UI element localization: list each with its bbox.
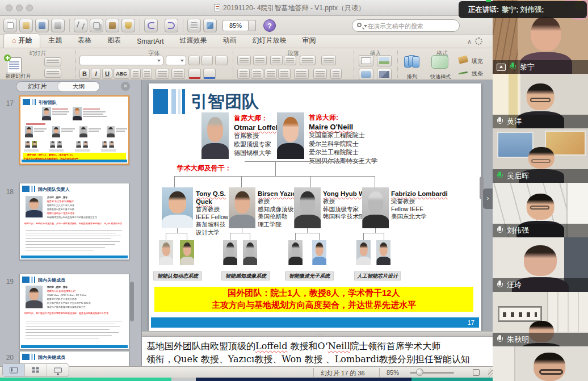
zoom-slider-knob[interactable] — [416, 369, 423, 376]
clear-formatting-button[interactable] — [215, 56, 228, 65]
slide-thumbnail-panel: 幻灯片 大纲 × 17 引智团队 国外团队：院士1人，教授8 — [0, 80, 142, 366]
font-size-select[interactable] — [166, 56, 186, 65]
video-tile-liuweiqiang[interactable]: 刘伟强 — [493, 183, 588, 237]
slide-thumbnail-19[interactable]: 国内关键成员 潘时龙，教授，博导 国家万人计划“科技领军人才” OSA Fell… — [19, 274, 129, 350]
collapse-video-panel-button[interactable]: › — [483, 189, 493, 209]
subscript-button[interactable] — [142, 69, 152, 79]
superscript-button[interactable] — [131, 69, 141, 79]
ribbon-collapse-icon[interactable]: ∧ — [467, 38, 475, 45]
zoom-level-box[interactable]: 85% — [222, 20, 249, 31]
shrink-font-button[interactable] — [201, 56, 213, 65]
media-button[interactable] — [377, 69, 392, 80]
justify-button[interactable] — [278, 69, 291, 79]
slide-thumbnail-18[interactable]: 国内团队负责人 吴启晖，教授，博导 教育部“长江学者”特聘教授 国家百千万人才工… — [19, 183, 129, 260]
align-left-button[interactable] — [237, 69, 250, 79]
normal-view-button[interactable] — [3, 364, 25, 376]
quick-styles-button[interactable] — [431, 55, 448, 69]
participant-namebar: 吴启晖 — [493, 169, 588, 183]
layout-button[interactable] — [44, 57, 61, 66]
lines-icon[interactable] — [459, 72, 468, 75]
change-case-button[interactable] — [171, 69, 185, 79]
character-spacing-button[interactable] — [156, 69, 169, 79]
video-tile-huangyang[interactable]: 黄洋 — [493, 74, 588, 128]
tab-tables[interactable]: 表格 — [70, 34, 99, 48]
sidebar-scrollbar[interactable] — [130, 282, 134, 321]
font-color-button[interactable] — [188, 69, 201, 79]
new-slide-button[interactable] — [7, 57, 22, 73]
bold-button[interactable]: B — [79, 69, 90, 79]
help-button[interactable]: ? — [263, 19, 276, 32]
tab-charts[interactable]: 图表 — [99, 34, 129, 48]
masters-label: 学术大师及骨干： — [177, 164, 232, 173]
numbering-button[interactable] — [253, 56, 267, 65]
member-photo — [356, 240, 371, 265]
zoom-stepper[interactable] — [249, 20, 256, 31]
slide-canvas[interactable]: 引智团队 首席大师： Otmar Loffeld 首席教授 欧盟顶级专家 德国锡… — [149, 83, 481, 331]
increase-indent-button[interactable] — [284, 56, 296, 65]
fit-slide-icon[interactable] — [473, 369, 480, 376]
divider-handle-icon[interactable]: ··· — [317, 331, 325, 337]
columns-button[interactable] — [321, 56, 336, 65]
tab-transitions[interactable]: 过渡效果 — [172, 34, 215, 48]
open-button[interactable] — [19, 19, 33, 32]
font-name-select[interactable] — [79, 56, 163, 65]
align-text-button[interactable] — [330, 69, 342, 79]
video-tile-zhuqiuming[interactable]: 朱秋明 — [493, 292, 588, 346]
align-center-button[interactable] — [251, 69, 263, 79]
copy-icon[interactable] — [90, 19, 103, 32]
cut-icon[interactable] — [74, 19, 87, 32]
search-field[interactable]: 在演示文稿中的搜索 — [352, 19, 460, 32]
format-painter-icon[interactable] — [121, 19, 135, 32]
tab-review[interactable]: 审阅 — [295, 34, 324, 48]
align-right-button[interactable] — [264, 69, 277, 79]
fill-icon[interactable] — [458, 55, 469, 64]
shape-button[interactable] — [359, 69, 373, 80]
tab-smartart[interactable]: SmartArt — [129, 36, 171, 48]
presentation-view-button[interactable] — [47, 364, 69, 376]
gear-icon[interactable] — [475, 37, 482, 45]
video-tile-wangling[interactable]: 汪玲 — [493, 237, 588, 292]
team-chip-2: 智能感知成像系统 — [221, 271, 270, 280]
section-button[interactable] — [44, 69, 61, 78]
paste-icon[interactable] — [106, 19, 119, 32]
grow-font-button[interactable] — [188, 56, 200, 65]
arrange-button[interactable] — [404, 55, 419, 69]
slide-number-20: 20 — [2, 354, 14, 362]
picture-button[interactable] — [377, 55, 392, 66]
strikethrough-button[interactable]: ABC — [114, 69, 129, 79]
notes-pane[interactable]: 基地国外团队由欧盟顶级的Loffeld 教授和O‘Neill院士领衔首席学术大师… — [142, 337, 499, 366]
bullets-button[interactable] — [237, 56, 251, 65]
line-spacing-button[interactable] — [300, 56, 316, 65]
redo-button[interactable] — [165, 19, 178, 32]
text-effects-button[interactable] — [203, 69, 216, 79]
undo-button[interactable] — [144, 19, 158, 32]
close-window-button[interactable] — [6, 5, 12, 11]
zoom-window-button[interactable] — [26, 5, 33, 11]
save-button[interactable] — [35, 19, 49, 32]
notes-divider[interactable]: ··· — [142, 331, 499, 337]
media-browser-icon[interactable] — [203, 19, 217, 32]
tab-slideshow[interactable]: 幻灯片放映 — [245, 34, 295, 48]
slide-thumbnail-17[interactable]: 引智团队 国外团队：院士1人，教授8人，学术骨干12人 主攻方向与基地规划方向高… — [19, 95, 129, 165]
new-document-button[interactable] — [3, 19, 17, 32]
formatting-palette-icon[interactable] — [187, 19, 201, 32]
tab-themes[interactable]: 主题 — [40, 34, 70, 48]
tab-outline-view[interactable]: 大纲 — [58, 82, 99, 91]
underline-button[interactable]: U — [102, 69, 112, 79]
italic-button[interactable]: I — [91, 69, 101, 79]
close-panel-icon[interactable]: × — [121, 82, 130, 91]
tab-slides-view[interactable]: 幻灯片 — [16, 82, 58, 91]
distribute-button[interactable] — [294, 69, 309, 79]
tab-animations[interactable]: 动画 — [215, 34, 245, 48]
tab-home[interactable]: ⌂开始 — [3, 34, 40, 48]
notes-line2: 领衔，Quek 教授、Yazıcı教授、Won 教授 、Lombardi教授分别… — [146, 353, 495, 366]
video-tile-unnamed[interactable] — [493, 346, 588, 381]
minimize-window-button[interactable] — [16, 5, 23, 11]
team-chip-1: 智能认知动态系统 — [153, 271, 202, 280]
slide-sorter-view-button[interactable] — [25, 364, 47, 376]
video-tile-wuqihui[interactable]: 吴启晖 — [493, 128, 588, 183]
text-direction-button[interactable] — [313, 69, 327, 79]
text-box-button[interactable] — [359, 55, 373, 66]
decrease-indent-button[interactable] — [270, 56, 283, 65]
print-button[interactable] — [51, 19, 65, 32]
